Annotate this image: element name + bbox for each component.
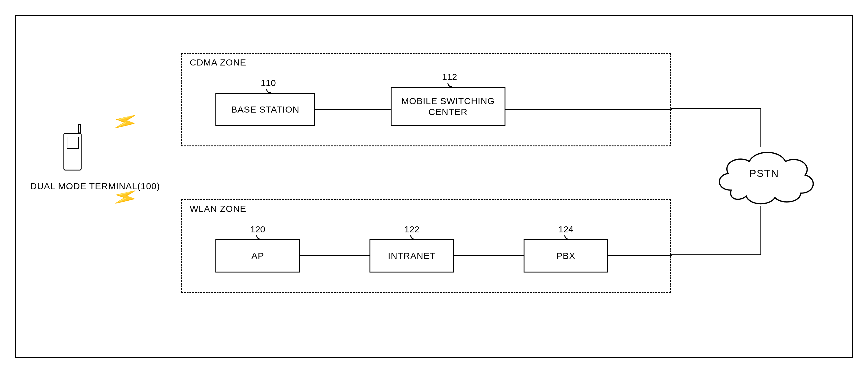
ref-110-tick-icon: [266, 89, 271, 93]
connector-bs-msc: [315, 109, 391, 110]
ref-122-label: 122: [404, 224, 420, 235]
base-station-box: BASE STATION: [215, 93, 315, 126]
connector-ap-intranet: [300, 255, 370, 256]
pstn-label: PSTN: [749, 168, 779, 179]
connector-intranet-pbx: [454, 255, 524, 256]
ap-label: AP: [251, 250, 264, 261]
intranet-label: INTRANET: [388, 250, 436, 261]
dual-mode-terminal-label: DUAL MODE TERMINAL(100): [30, 181, 160, 191]
connector-wlan-to-pstn-h: [671, 255, 761, 255]
mobile-switching-center-label: MOBILE SWITCHING CENTER: [401, 96, 495, 117]
diagram-root: DUAL MODE TERMINAL(100) ⚡ ⚡ CDMA ZONE 11…: [0, 0, 868, 373]
phone-antenna-icon: [78, 124, 81, 133]
ref-120-label: 120: [250, 224, 265, 235]
wlan-zone-title: WLAN ZONE: [190, 204, 246, 214]
ref-112-tick-icon: [447, 83, 452, 87]
cdma-zone-title: CDMA ZONE: [190, 57, 246, 68]
ref-110-label: 110: [261, 78, 276, 88]
connector-pbx-out: [608, 255, 672, 256]
connector-msc-out: [505, 109, 672, 110]
phone-body-icon: [63, 133, 82, 170]
ref-124-label: 124: [558, 224, 574, 235]
ref-122-tick-icon: [410, 235, 415, 240]
connector-wlan-to-pstn-v: [761, 206, 761, 255]
connector-cdma-to-pstn-v: [761, 108, 761, 147]
ref-120-tick-icon: [256, 235, 261, 240]
cdma-zone: CDMA ZONE 110 BASE STATION 112 MOBILE SW…: [181, 53, 671, 146]
wlan-zone: WLAN ZONE 120 AP 122 INTRANET 124 PBX: [181, 199, 671, 293]
pbx-label: PBX: [556, 250, 575, 261]
intranet-box: INTRANET: [370, 239, 454, 272]
connector-cdma-to-pstn-h: [671, 108, 761, 109]
dual-mode-terminal-icon: [63, 125, 85, 170]
ref-124-tick-icon: [564, 235, 569, 240]
phone-screen-icon: [67, 137, 79, 149]
pbx-box: PBX: [524, 239, 608, 272]
ap-box: AP: [215, 239, 300, 272]
mobile-switching-center-box: MOBILE SWITCHING CENTER: [391, 87, 505, 126]
ref-112-label: 112: [442, 72, 457, 82]
base-station-label: BASE STATION: [231, 104, 300, 115]
